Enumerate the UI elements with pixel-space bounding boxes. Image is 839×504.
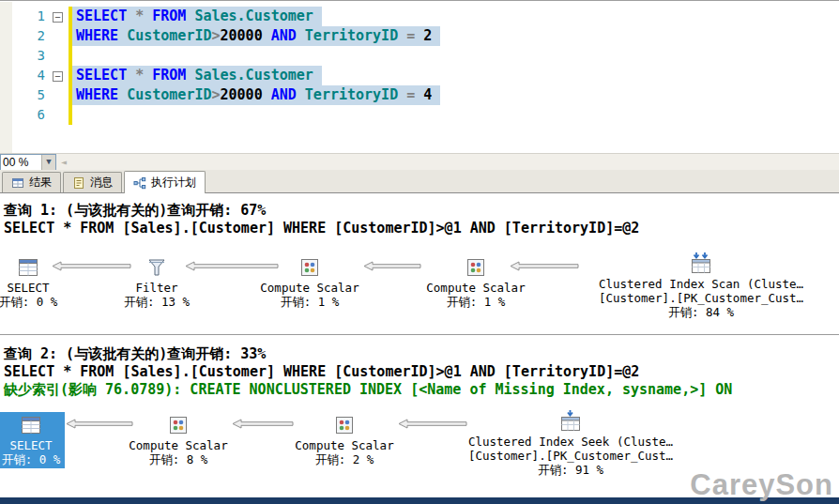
sql-token: AND [271, 86, 297, 103]
sql-token: * [127, 8, 152, 24]
sql-token: AND [271, 27, 297, 44]
sql-token [118, 27, 127, 44]
node-label: Filter [124, 281, 190, 295]
query-header: 查询 2: (与该批有关的)查询开销: 33% [0, 338, 839, 363]
editor-line[interactable]: 5WHERE CustomerID>20000 AND TerritoryID … [0, 85, 839, 105]
tab-results[interactable]: 结果 [2, 172, 61, 192]
editor-lines: 1−SELECT * FROM Sales.Customer2WHERE Cus… [0, 2, 839, 125]
collapse-toggle-icon[interactable]: − [53, 71, 63, 82]
plan-node-box: Compute Scalar开销: 2 % [290, 412, 398, 468]
collapse-column [53, 26, 69, 46]
zoom-value: 00 % [1, 156, 41, 169]
index-scan-icon [689, 252, 713, 276]
sql-token: > [212, 27, 221, 44]
line-number: 3 [0, 46, 53, 66]
node-label: Clustered Index Seek (Cluste… [468, 435, 673, 449]
sql-token [263, 27, 271, 44]
code-text: SELECT * FROM Sales.Customer [72, 66, 322, 85]
query-statement: SELECT * FROM [Sales].[Customer] WHERE [… [0, 363, 839, 381]
query-statement: SELECT * FROM [Sales].[Customer] WHERE [… [0, 220, 839, 237]
sql-token: SELECT [76, 8, 127, 24]
node-label: Compute Scalar [129, 438, 227, 452]
editor-line[interactable]: 3 [0, 46, 839, 66]
plan-node-clustered-index-scan[interactable]: Clustered Index Scan (Cluste…[Customer].… [570, 251, 832, 321]
horizontal-scrollbar[interactable]: ◄ [56, 154, 839, 170]
compute-scalar-icon [332, 413, 357, 437]
plan-node-box: Compute Scalar开销: 8 % [124, 412, 232, 468]
compute-scalar-icon [464, 255, 488, 280]
index-seek-icon [558, 409, 583, 434]
results-tab-bar: 结果消息执行计划 [0, 170, 839, 193]
node-cost: 开销: 13 % [124, 295, 190, 309]
plan-node-clustered-index-seek[interactable]: Clustered Index Seek (Cluste…[Customer].… [439, 408, 702, 479]
plan-node-box: Compute Scalar开销: 1 % [255, 254, 363, 311]
compute-scalar-icon [166, 413, 191, 437]
plan-node-compute-scalar[interactable]: Compute Scalar开销: 8 % [94, 412, 263, 468]
missing-index-hint[interactable]: 缺少索引(影响 76.0789): CREATE NONCLUSTERED IN… [0, 381, 839, 399]
plan-node-compute-scalar[interactable]: Compute Scalar开销: 2 % [260, 412, 429, 468]
collapse-column [53, 46, 69, 66]
zoom-select[interactable]: 00 % ▼ [0, 154, 56, 171]
execution-plan-icon [133, 176, 146, 190]
sql-token: = [398, 86, 423, 103]
sql-token: 4 [423, 86, 432, 103]
tab-execution-plan[interactable]: 执行计划 [124, 171, 206, 193]
node-label: Compute Scalar [426, 281, 525, 295]
node-cost: 开销: 84 % [599, 305, 803, 319]
node-cost: 开销: 1 % [426, 295, 525, 309]
plan-node-filter[interactable]: Filter开销: 13 % [72, 254, 241, 311]
plan-diagram: SELECT开销: 0 %Filter开销: 13 %Compute Scala… [0, 237, 839, 331]
code-text: WHERE CustomerID>20000 AND TerritoryID =… [72, 85, 440, 105]
sql-token: CustomerID [127, 27, 211, 44]
plan-node-box: Clustered Index Scan (Cluste…[Customer].… [594, 251, 808, 321]
editor-line[interactable]: 4−SELECT * FROM Sales.Customer [0, 66, 839, 85]
tab-messages[interactable]: 消息 [63, 172, 122, 192]
sql-token: TerritoryID [305, 86, 398, 103]
line-number: 5 [0, 85, 53, 105]
select-op-icon [19, 413, 43, 437]
editor-bottom-strip: 00 % ▼ ◄ [0, 153, 839, 170]
tab-label: 执行计划 [151, 175, 196, 191]
select-op-icon [16, 255, 40, 280]
sql-token: = [398, 27, 423, 44]
line-number: 6 [0, 105, 53, 125]
sql-token: FROM [152, 67, 186, 84]
plan-node-compute-scalar[interactable]: Compute Scalar开销: 1 % [225, 254, 394, 311]
sql-token: SELECT [76, 67, 127, 84]
node-label: SELECT [2, 438, 61, 452]
editor-line[interactable]: 6 [0, 105, 839, 125]
chevron-down-icon[interactable]: ▼ [41, 155, 55, 170]
plan-node-compute-scalar[interactable]: Compute Scalar开销: 1 % [391, 254, 560, 311]
plan-node-box: Filter开销: 13 % [119, 254, 194, 311]
collapse-column [53, 85, 69, 105]
collapse-column: − [53, 7, 69, 26]
node-label: [Customer].[PK_Customer_Cust… [599, 291, 803, 305]
node-cost: 开销: 8 % [129, 452, 227, 466]
sql-token: * [127, 67, 152, 84]
line-number: 1 [0, 7, 53, 26]
node-cost: 开销: 1 % [260, 295, 358, 309]
execution-plan-pane: 查询 1: (与该批有关的)查询开销: 67%SELECT * FROM [Sa… [0, 194, 839, 500]
scroll-left-icon[interactable]: ◄ [61, 157, 67, 167]
code-text: SELECT * FROM Sales.Customer [72, 7, 322, 26]
tab-label: 结果 [29, 175, 52, 191]
sql-editor[interactable]: 1−SELECT * FROM Sales.Customer2WHERE Cus… [0, 2, 839, 153]
code-text: WHERE CustomerID>20000 AND TerritoryID =… [72, 26, 440, 46]
tab-label: 消息 [90, 175, 113, 191]
sql-token [263, 86, 271, 103]
filter-op-icon [145, 255, 169, 280]
sql-token: WHERE [76, 86, 118, 103]
sql-token: FROM [152, 8, 186, 24]
editor-line[interactable]: 2WHERE CustomerID>20000 AND TerritoryID … [0, 26, 839, 46]
node-cost: 开销: 0 % [0, 295, 57, 309]
messages-icon [72, 176, 85, 190]
collapse-toggle-icon[interactable]: − [53, 12, 63, 23]
node-label: Clustered Index Scan (Cluste… [599, 277, 803, 291]
editor-line[interactable]: 1−SELECT * FROM Sales.Customer [0, 7, 839, 26]
watermark: CareySon [690, 468, 833, 502]
sql-token: Sales.Customer [194, 67, 313, 84]
query-header: 查询 1: (与该批有关的)查询开销: 67% [0, 194, 839, 220]
plan-node-box: Clustered Index Seek (Cluste…[Customer].… [464, 408, 678, 479]
collapse-column: − [53, 66, 69, 85]
sql-token: WHERE [76, 27, 118, 44]
